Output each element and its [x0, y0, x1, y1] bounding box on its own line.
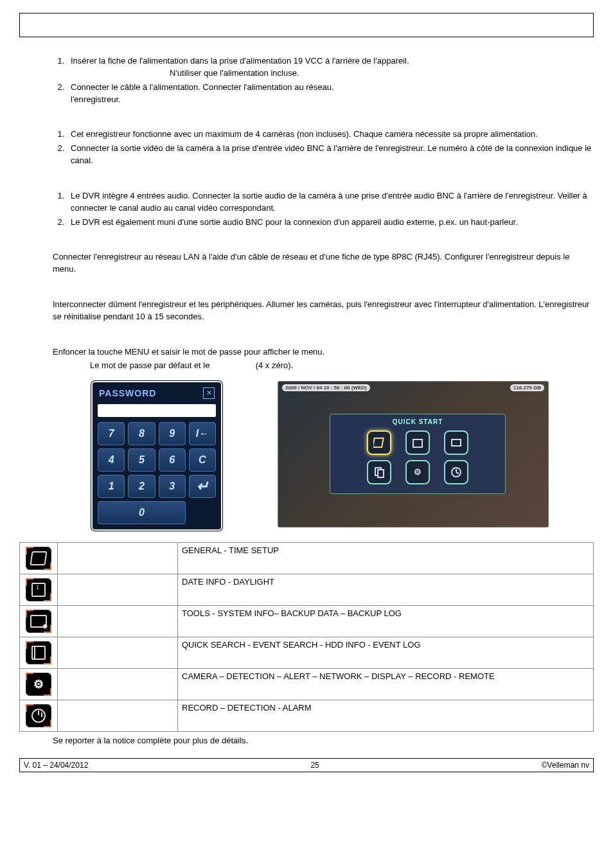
tools-icon[interactable] — [444, 430, 468, 455]
key-1[interactable]: 1 — [98, 475, 125, 498]
power-connection-list: Insérer la fiche de l'alimentation dans … — [19, 55, 594, 105]
menu-paragraph: Enfoncer la touche MENU et saisir le mot… — [53, 346, 594, 359]
osd-datetime: 2009 / NOV / 04 10 : 50 : 00 (WED) — [282, 384, 370, 391]
key-4[interactable]: 4 — [98, 448, 125, 472]
row-desc: CAMERA – DETECTION – ALERT – NETWORK – D… — [178, 668, 594, 700]
row-desc: RECORD – DETECTION - ALARM — [178, 700, 594, 731]
copyright-text: ©Velleman nv — [542, 761, 589, 770]
svg-rect-1 — [413, 439, 422, 447]
svg-rect-2 — [452, 439, 461, 446]
key-8[interactable]: 8 — [128, 422, 155, 445]
page-number: 25 — [310, 761, 319, 770]
list-item: Le DVR est également muni d'une sortie a… — [67, 217, 594, 229]
password-title: PASSWORD — [99, 388, 156, 398]
close-icon[interactable]: ✕ — [203, 387, 215, 399]
key-backspace[interactable]: I← — [189, 422, 216, 445]
version-text: V. 01 – 24/04/2012 — [24, 761, 88, 770]
list-item: Connecter la sortie vidéo de la caméra à… — [67, 143, 594, 167]
power-on-paragraph: Interconnecter dûment l'enregistreur et … — [53, 299, 594, 323]
list-item: Connecter le câble à l'alimentation. Con… — [67, 82, 594, 106]
tools-icon — [26, 610, 51, 633]
key-0[interactable]: 0 — [98, 501, 186, 524]
key-3[interactable]: 3 — [159, 475, 186, 498]
text: Le DVR intègre 4 entrées audio. Connecte… — [71, 191, 587, 213]
record-icon[interactable] — [444, 460, 468, 484]
key-clear[interactable]: C — [189, 448, 216, 472]
date-icon[interactable] — [405, 430, 430, 455]
svg-rect-4 — [378, 470, 384, 477]
svg-line-7 — [456, 472, 459, 474]
default-pwd-suffix: (4 x zéro). — [256, 360, 294, 370]
search-icon — [26, 641, 51, 664]
lan-paragraph: Connecter l'enregistreur au réseau LAN à… — [53, 251, 594, 276]
key-5[interactable]: 5 — [128, 448, 155, 472]
search-icon[interactable] — [367, 460, 391, 484]
text: N'utiliser que l'alimentation incluse. — [170, 67, 594, 80]
general-icon — [26, 547, 51, 570]
password-keypad: PASSWORD ✕ 7 8 9 I← 4 5 6 C 1 2 3 ↵ 0 — [91, 381, 222, 531]
row-desc: DATE INFO - DAYLIGHT — [178, 574, 594, 605]
quick-start-title: QUICK START — [334, 418, 501, 425]
osd-hdd-size: 116.275 GB — [510, 384, 544, 391]
menu-icon-table: GENERAL - TIME SETUP DATE INFO - DAYLIGH… — [19, 542, 594, 732]
text: Cet enregistreur fonctionne avec un maxi… — [71, 129, 538, 139]
text: l'enregistreur. — [71, 94, 594, 106]
text: Connecter le câble à l'alimentation. Con… — [71, 82, 334, 92]
quick-start-screenshot: 2009 / NOV / 04 10 : 50 : 00 (WED) 116.2… — [278, 381, 549, 527]
general-icon[interactable] — [367, 430, 391, 455]
key-2[interactable]: 2 — [128, 475, 155, 498]
list-item: Insérer la fiche de l'alimentation dans … — [67, 55, 594, 80]
text: Insérer la fiche de l'alimentation dans … — [71, 56, 409, 66]
key-6[interactable]: 6 — [159, 448, 186, 472]
key-7[interactable]: 7 — [98, 422, 125, 445]
date-icon — [26, 578, 51, 601]
audio-connection-list: Le DVR intègre 4 entrées audio. Connecte… — [19, 190, 594, 229]
key-enter[interactable]: ↵ — [189, 475, 216, 498]
svg-rect-0 — [373, 438, 384, 447]
default-pwd-text: Le mot de passe par défaut et le — [90, 360, 212, 370]
list-item: Le DVR intègre 4 entrées audio. Connecte… — [67, 190, 594, 215]
key-9[interactable]: 9 — [159, 422, 186, 445]
page-header-box — [19, 13, 594, 37]
text: Le DVR est également muni d'une sortie a… — [71, 217, 518, 227]
settings-icon: ⚙ — [26, 673, 51, 696]
row-desc: QUICK SEARCH - EVENT SEARCH - HDD INFO -… — [178, 637, 594, 668]
row-desc: TOOLS - SYSTEM INFO– BACKUP DATA – BACKU… — [178, 605, 594, 637]
record-icon — [26, 704, 51, 727]
text: Connecter la sortie vidéo de la caméra à… — [71, 143, 591, 165]
page-footer: V. 01 – 24/04/2012 25 ©Velleman nv — [19, 758, 594, 772]
footer-note: Se reporter à la notice complète pour pl… — [53, 736, 594, 745]
list-item: Cet enregistreur fonctionne avec un maxi… — [67, 128, 594, 141]
password-input[interactable] — [98, 404, 216, 417]
settings-icon[interactable]: ⚙ — [405, 460, 430, 484]
camera-connection-list: Cet enregistreur fonctionne avec un maxi… — [19, 128, 594, 167]
row-desc: GENERAL - TIME SETUP — [178, 542, 594, 574]
